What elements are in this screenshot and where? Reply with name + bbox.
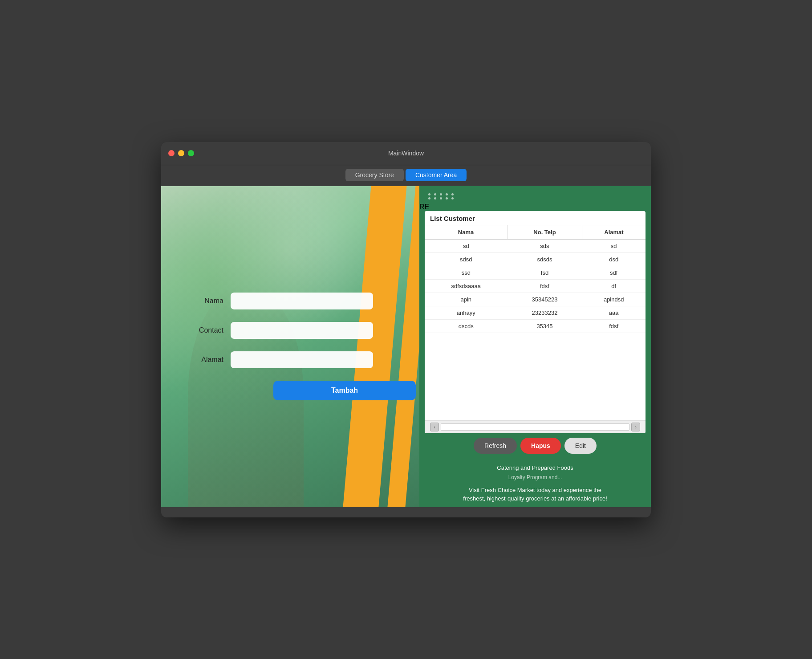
- cell-alamat: fdsf: [582, 319, 646, 333]
- edit-button[interactable]: Edit: [564, 438, 597, 454]
- cell-nama: sd: [425, 239, 508, 252]
- cell-alamat: sdf: [582, 266, 646, 279]
- cell-nama: ssd: [425, 266, 508, 279]
- table-row[interactable]: sdfsdsaaaafdsfdf: [425, 279, 646, 293]
- col-alamat: Alamat: [582, 225, 646, 240]
- contact-label: Contact: [188, 326, 223, 334]
- window-title: MainWindow: [388, 150, 424, 157]
- cell-telp: 35345223: [508, 293, 582, 306]
- scroll-track[interactable]: [441, 423, 629, 431]
- cell-telp: fdsf: [508, 279, 582, 293]
- cell-telp: fsd: [508, 266, 582, 279]
- refresh-button[interactable]: Refresh: [474, 438, 517, 454]
- cell-nama: dscds: [425, 319, 508, 333]
- tab-customer-area[interactable]: Customer Area: [406, 169, 467, 181]
- scroll-left-arrow[interactable]: ‹: [430, 423, 439, 431]
- col-nama: Nama: [425, 225, 508, 240]
- form-overlay: Nama Contact Alamat Tambah: [161, 186, 419, 507]
- list-customer-section: List Customer Nama No. Telp Alamat sdsds…: [425, 211, 646, 434]
- bg-text-re: RE: [419, 203, 651, 211]
- table-row[interactable]: apin35345223apindsd: [425, 293, 646, 306]
- cell-telp: sdsds: [508, 252, 582, 266]
- table-row[interactable]: ssdfsdsdf: [425, 266, 646, 279]
- footer-text: Catering and Prepared Foods Loyalty Prog…: [419, 458, 651, 507]
- nama-input[interactable]: [231, 293, 373, 309]
- cell-nama: sdsd: [425, 252, 508, 266]
- table-row[interactable]: sdsdssd: [425, 239, 646, 252]
- tab-grocery-store[interactable]: Grocery Store: [345, 169, 404, 181]
- contact-input[interactable]: [231, 322, 373, 339]
- tambah-button[interactable]: Tambah: [273, 381, 416, 400]
- nama-label: Nama: [188, 297, 223, 305]
- maximize-button[interactable]: [188, 150, 194, 156]
- col-telp: No. Telp: [508, 225, 582, 240]
- alamat-row: Alamat: [188, 351, 393, 368]
- minimize-button[interactable]: [178, 150, 184, 156]
- main-window: MainWindow Grocery Store Customer Area N…: [161, 142, 651, 517]
- cell-nama: anhayy: [425, 306, 508, 319]
- table-row[interactable]: sdsdsdsdsdsd: [425, 252, 646, 266]
- loyalty-text: Loyalty Program and...: [428, 472, 642, 482]
- list-customer-title: List Customer: [425, 211, 646, 225]
- alamat-input[interactable]: [231, 351, 373, 368]
- tabbar: Grocery Store Customer Area: [161, 165, 651, 186]
- content-area: Nama Contact Alamat Tambah: [161, 186, 651, 507]
- cell-alamat: df: [582, 279, 646, 293]
- cell-nama: sdfsdsaaaa: [425, 279, 508, 293]
- traffic-lights: [168, 150, 194, 156]
- cell-telp: sds: [508, 239, 582, 252]
- contact-row: Contact: [188, 322, 393, 339]
- cell-alamat: dsd: [582, 252, 646, 266]
- cell-telp: 23233232: [508, 306, 582, 319]
- tambah-row: Tambah: [231, 381, 393, 400]
- titlebar: MainWindow: [161, 142, 651, 165]
- nama-row: Nama: [188, 293, 393, 309]
- hapus-button[interactable]: Hapus: [520, 438, 561, 454]
- cell-alamat: aaa: [582, 306, 646, 319]
- window-bottom-bar: [161, 507, 651, 517]
- footer-line3: freshest, highest-quality groceries at a…: [428, 494, 642, 503]
- table-row[interactable]: dscds35345fdsf: [425, 319, 646, 333]
- cell-telp: 35345: [508, 319, 582, 333]
- cell-alamat: sd: [582, 239, 646, 252]
- close-button[interactable]: [168, 150, 175, 156]
- cell-nama: apin: [425, 293, 508, 306]
- alamat-label: Alamat: [188, 356, 223, 364]
- scroll-right-arrow[interactable]: ›: [631, 423, 640, 431]
- cell-alamat: apindsd: [582, 293, 646, 306]
- right-panel: RE List Customer Nama No. Telp Alamat: [419, 186, 651, 507]
- footer-line2: Visit Fresh Choice Market today and expe…: [428, 486, 642, 495]
- customer-table: Nama No. Telp Alamat sdsdssdsdsdsdsdsdsd…: [425, 225, 646, 333]
- dots-decoration: [419, 186, 463, 203]
- left-panel: Nama Contact Alamat Tambah: [161, 186, 419, 507]
- horizontal-scrollbar[interactable]: ‹ ›: [425, 420, 646, 433]
- table-row[interactable]: anhayy23233232aaa: [425, 306, 646, 319]
- action-buttons: Refresh Hapus Edit: [419, 433, 651, 458]
- footer-line1: Catering and Prepared Foods: [428, 464, 642, 472]
- customer-table-scroll[interactable]: Nama No. Telp Alamat sdsdssdsdsdsdsdsdsd…: [425, 225, 646, 421]
